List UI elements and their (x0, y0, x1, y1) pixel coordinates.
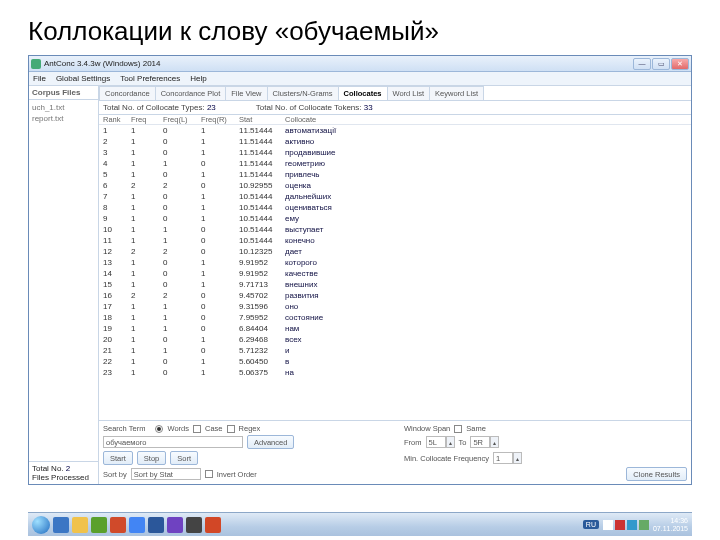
tab-collocates[interactable]: Collocates (338, 86, 388, 100)
start-button[interactable]: Start (103, 451, 133, 465)
taskbar-chrome-icon[interactable] (129, 517, 145, 533)
table-row[interactable]: 411011.51444геометрию (103, 158, 687, 169)
tab-concordance-plot[interactable]: Concordance Plot (155, 86, 227, 100)
tab-keyword-list[interactable]: Keyword List (429, 86, 484, 100)
taskbar-app3-icon[interactable] (186, 517, 202, 533)
controls-panel: Search Term Words Case Regex Window Span… (99, 420, 691, 484)
tool-tabs: ConcordanceConcordance PlotFile ViewClus… (99, 86, 691, 101)
table-row[interactable]: 151019.71713внешних (103, 279, 687, 290)
search-term-label: Search Term (103, 424, 145, 433)
files-processed-label: Files Processed (32, 473, 95, 482)
table-row[interactable]: 1111010.51444конечно (103, 235, 687, 246)
window-span-label: Window Span (404, 424, 450, 433)
language-indicator[interactable]: RU (583, 520, 599, 529)
table-row[interactable]: 181107.95952состояние (103, 312, 687, 323)
menu-tool-preferences[interactable]: Tool Preferences (120, 74, 180, 83)
table-row[interactable]: 211105.71232и (103, 345, 687, 356)
taskbar-explorer-icon[interactable] (72, 517, 88, 533)
table-row[interactable]: 622010.92955оценка (103, 180, 687, 191)
table-row[interactable]: 310111.51444продавившие (103, 147, 687, 158)
corpus-files-label: Corpus Files (32, 88, 95, 97)
corpus-file[interactable]: uch_1.txt (32, 102, 95, 113)
clone-results-button[interactable]: Clone Results (626, 467, 687, 481)
menu-help[interactable]: Help (190, 74, 206, 83)
table-row[interactable]: 810110.51444оцениваться (103, 202, 687, 213)
app-window: AntConc 3.4.3w (Windows) 2014 — ▭ ✕ File… (28, 55, 692, 485)
sort-by-select[interactable]: Sort by Stat (131, 468, 201, 480)
close-button[interactable]: ✕ (671, 58, 689, 70)
total-no-label: Total No. 2 (32, 464, 95, 473)
corpus-file-list[interactable]: uch_1.txtreport.txt (29, 100, 98, 461)
tab-word-list[interactable]: Word List (387, 86, 431, 100)
min-freq-label: Min. Collocate Frequency (404, 454, 489, 463)
titlebar: AntConc 3.4.3w (Windows) 2014 — ▭ ✕ (29, 56, 691, 72)
taskbar-word-icon[interactable] (148, 517, 164, 533)
table-row[interactable]: 510111.51444привлечь (103, 169, 687, 180)
taskbar-powerpoint-icon[interactable] (205, 517, 221, 533)
min-freq-input[interactable]: 1 (493, 452, 513, 464)
start-orb[interactable] (32, 516, 50, 534)
table-row[interactable]: 162209.45702развития (103, 290, 687, 301)
table-row[interactable]: 191106.84404нам (103, 323, 687, 334)
tray-icon[interactable] (639, 520, 649, 530)
table-row[interactable]: 231015.06375на (103, 367, 687, 378)
stop-button[interactable]: Stop (137, 451, 166, 465)
taskbar-firefox-icon[interactable] (110, 517, 126, 533)
table-row[interactable]: 210111.51444активно (103, 136, 687, 147)
from-input[interactable]: 5L (426, 436, 446, 448)
table-row[interactable]: 1011010.51444выступает (103, 224, 687, 235)
taskbar-ie-icon[interactable] (53, 517, 69, 533)
tab-concordance[interactable]: Concordance (99, 86, 156, 100)
search-input[interactable]: обучаемого (103, 436, 243, 448)
advanced-button[interactable]: Advanced (247, 435, 294, 449)
tray-icon[interactable] (615, 520, 625, 530)
slide-title: Коллокации к слову «обучаемый» (0, 0, 720, 55)
table-row[interactable]: 221015.60450в (103, 356, 687, 367)
table-row[interactable]: 110111.51444автоматизації (103, 125, 687, 136)
to-spinner[interactable]: ▴ (490, 436, 499, 448)
to-input[interactable]: 5R (470, 436, 490, 448)
sidebar: Corpus Files uch_1.txtreport.txt Total N… (29, 86, 99, 484)
tab-file-view[interactable]: File View (225, 86, 267, 100)
taskbar-app-icon[interactable] (91, 517, 107, 533)
table-row[interactable]: 131019.91952которого (103, 257, 687, 268)
sort-button[interactable]: Sort (170, 451, 198, 465)
words-radio[interactable] (155, 425, 163, 433)
from-spinner[interactable]: ▴ (446, 436, 455, 448)
table-row[interactable]: 710110.51444дальнейших (103, 191, 687, 202)
tray-icon[interactable] (627, 520, 637, 530)
sort-by-label: Sort by (103, 470, 127, 479)
same-checkbox[interactable] (454, 425, 462, 433)
column-headers: Rank Freq Freq(L) Freq(R) Stat Collocate (99, 115, 691, 125)
maximize-button[interactable]: ▭ (652, 58, 670, 70)
regex-checkbox[interactable] (227, 425, 235, 433)
table-row[interactable]: 141019.91952качестве (103, 268, 687, 279)
invert-checkbox[interactable] (205, 470, 213, 478)
menu-global-settings[interactable]: Global Settings (56, 74, 110, 83)
table-row[interactable]: 1222010.12325дает (103, 246, 687, 257)
window-title: AntConc 3.4.3w (Windows) 2014 (44, 59, 161, 68)
tab-clusters-n-grams[interactable]: Clusters/N-Grams (267, 86, 339, 100)
corpus-file[interactable]: report.txt (32, 113, 95, 124)
clock[interactable]: 14:36 07.11.2015 (653, 517, 688, 533)
menubar: FileGlobal SettingsTool PreferencesHelp (29, 72, 691, 86)
minimize-button[interactable]: — (633, 58, 651, 70)
taskbar: RU 14:36 07.11.2015 (28, 512, 692, 536)
menu-file[interactable]: File (33, 74, 46, 83)
stats-row: Total No. of Collocate Types: 23 Total N… (99, 101, 691, 115)
results-table[interactable]: 110111.51444автоматизації210111.51444акт… (99, 125, 691, 420)
app-icon (31, 59, 41, 69)
case-checkbox[interactable] (193, 425, 201, 433)
table-row[interactable]: 171109.31596оно (103, 301, 687, 312)
taskbar-app2-icon[interactable] (167, 517, 183, 533)
table-row[interactable]: 910110.51444ему (103, 213, 687, 224)
tray-icon[interactable] (603, 520, 613, 530)
table-row[interactable]: 201016.29468всех (103, 334, 687, 345)
min-freq-spinner[interactable]: ▴ (513, 452, 522, 464)
